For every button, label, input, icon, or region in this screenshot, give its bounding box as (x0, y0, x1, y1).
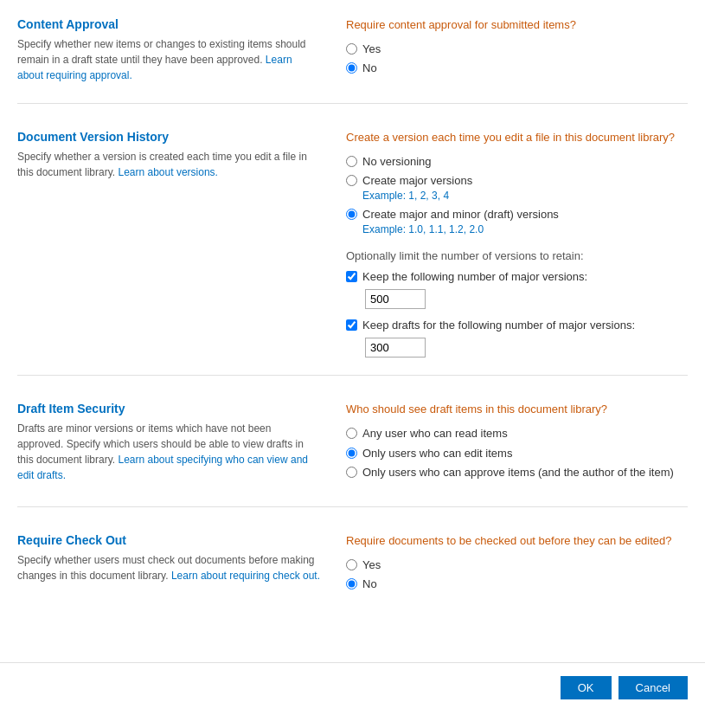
draft-security-approve-label: Only users who can approve items (and th… (362, 465, 674, 480)
versioning-major-minor-sublabel: Example: 1.0, 1.1, 1.2, 2.0 (362, 222, 559, 237)
version-history-question: Create a version each time you edit a fi… (346, 130, 688, 145)
version-history-learn-link[interactable]: Learn about versions. (119, 166, 218, 178)
drafts-versions-input[interactable] (365, 338, 426, 358)
content-approval-desc: Specify whether new items or changes to … (17, 36, 320, 83)
versioning-major-radio[interactable] (346, 175, 357, 186)
version-limit-section: Optionally limit the number of versions … (346, 249, 688, 358)
keep-major-versions-label: Keep the following number of major versi… (362, 269, 587, 285)
require-checkout-title: Require Check Out (17, 533, 320, 547)
draft-security-options: Any user who can read items Only users w… (346, 426, 688, 480)
draft-security-title: Draft Item Security (17, 402, 320, 416)
radio-item: Yes (346, 557, 688, 573)
version-history-options: No versioning Create major versions Exam… (346, 154, 688, 237)
versioning-major-label: Create major versions Example: 1, 2, 3, … (362, 173, 472, 203)
require-checkout-options: Yes No (346, 557, 688, 592)
radio-item: Only users who can edit items (346, 446, 688, 461)
draft-security-left: Draft Item Security Drafts are minor ver… (17, 402, 337, 489)
radio-item: Create major and minor (draft) versions … (346, 207, 688, 237)
require-checkout-right: Require documents to be checked out befo… (337, 533, 688, 602)
versioning-major-sublabel: Example: 1, 2, 3, 4 (362, 189, 472, 203)
ok-button[interactable]: OK (561, 676, 612, 699)
radio-item: No (346, 577, 688, 592)
keep-drafts-label: Keep drafts for the following number of … (362, 318, 635, 333)
require-checkout-yes-label: Yes (362, 557, 381, 573)
content-approval-yes-label: Yes (362, 42, 381, 57)
require-checkout-question: Require documents to be checked out befo… (346, 533, 688, 549)
require-checkout-yes-radio[interactable] (346, 559, 357, 570)
radio-item: Only users who can approve items (and th… (346, 465, 688, 480)
keep-drafts-checkbox[interactable] (346, 319, 357, 331)
content-approval-yes-radio[interactable] (346, 43, 357, 55)
checkbox-item: Keep the following number of major versi… (346, 269, 688, 285)
versioning-major-minor-label: Create major and minor (draft) versions … (362, 207, 559, 237)
draft-security-edit-label: Only users who can edit items (362, 446, 512, 461)
radio-item: Create major versions Example: 1, 2, 3, … (346, 173, 688, 203)
versioning-none-label: No versioning (362, 154, 432, 170)
radio-item: No (346, 61, 688, 76)
content-approval-title: Content Approval (17, 17, 320, 31)
versioning-none-radio[interactable] (346, 156, 357, 167)
checkbox-item: Keep drafts for the following number of … (346, 318, 688, 333)
require-checkout-no-radio[interactable] (346, 578, 357, 589)
radio-item: Any user who can read items (346, 426, 688, 441)
draft-security-approve-radio[interactable] (346, 467, 357, 478)
button-bar: OK Cancel (0, 662, 705, 712)
require-checkout-section: Require Check Out Specify whether users … (17, 533, 688, 619)
draft-security-edit-radio[interactable] (346, 448, 357, 459)
version-history-left: Document Version History Specify whether… (17, 130, 337, 358)
draft-security-desc: Drafts are minor versions or items which… (17, 421, 320, 483)
radio-item: No versioning (346, 154, 688, 170)
version-history-section: Document Version History Specify whether… (17, 130, 688, 377)
content-approval-no-radio[interactable] (346, 62, 357, 74)
draft-security-right: Who should see draft items in this docum… (337, 402, 688, 489)
require-checkout-learn-link[interactable]: Learn about requiring check out. (171, 570, 320, 582)
require-checkout-left: Require Check Out Specify whether users … (17, 533, 337, 602)
page-container: Content Approval Specify whether new ite… (0, 0, 705, 662)
draft-security-any-label: Any user who can read items (362, 426, 508, 441)
require-checkout-desc: Specify whether users must check out doc… (17, 552, 320, 583)
content-approval-no-label: No (362, 61, 377, 76)
content-approval-section: Content Approval Specify whether new ite… (17, 17, 688, 104)
major-versions-input[interactable] (365, 289, 426, 309)
version-history-desc: Specify whether a version is created eac… (17, 149, 320, 180)
content-approval-options: Yes No (346, 42, 688, 76)
version-limit-label: Optionally limit the number of versions … (346, 249, 688, 262)
version-history-right: Create a version each time you edit a fi… (337, 130, 688, 358)
draft-security-any-radio[interactable] (346, 428, 357, 439)
version-history-title: Document Version History (17, 130, 320, 144)
content-approval-right: Require content approval for submitted i… (337, 17, 688, 86)
content-approval-question: Require content approval for submitted i… (346, 17, 688, 33)
draft-security-question: Who should see draft items in this docum… (346, 402, 688, 417)
cancel-button[interactable]: Cancel (618, 676, 688, 699)
versioning-major-minor-radio[interactable] (346, 209, 357, 220)
radio-item: Yes (346, 42, 688, 57)
require-checkout-no-label: No (362, 577, 377, 592)
content-approval-left: Content Approval Specify whether new ite… (17, 17, 337, 86)
keep-major-versions-checkbox[interactable] (346, 271, 357, 282)
draft-security-section: Draft Item Security Drafts are minor ver… (17, 402, 688, 507)
